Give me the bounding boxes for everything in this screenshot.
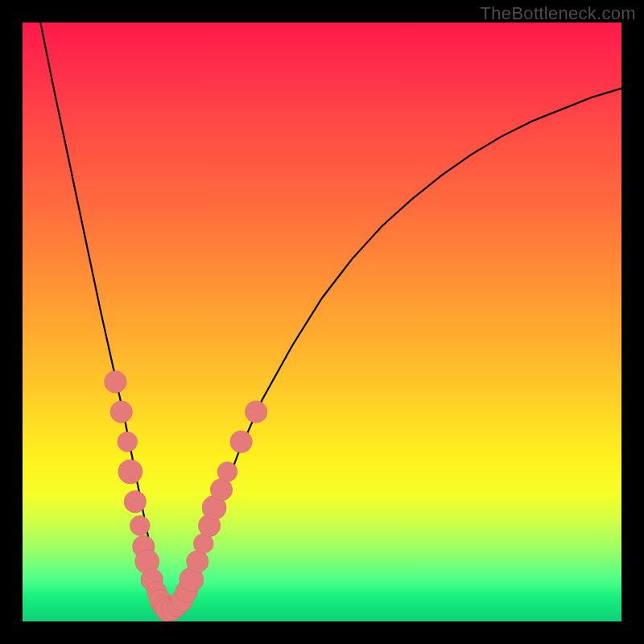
highlight-dot — [110, 401, 132, 423]
highlight-dot — [217, 462, 237, 482]
highlight-dot — [210, 479, 232, 501]
highlight-dot — [130, 516, 150, 536]
chart-frame: TheBottleneck.com — [0, 0, 644, 644]
highlight-dot — [245, 401, 266, 423]
highlight-dot — [118, 460, 142, 484]
highlight-dots — [105, 371, 267, 621]
watermark-text: TheBottleneck.com — [481, 3, 636, 24]
highlight-dot — [124, 491, 146, 513]
highlight-dot — [187, 551, 208, 572]
highlight-dot — [230, 431, 252, 452]
bottleneck-curve — [40, 23, 621, 616]
highlight-dot — [118, 431, 138, 452]
curve-layer — [23, 23, 621, 621]
highlight-dot — [105, 371, 126, 393]
plot-area — [23, 23, 621, 621]
